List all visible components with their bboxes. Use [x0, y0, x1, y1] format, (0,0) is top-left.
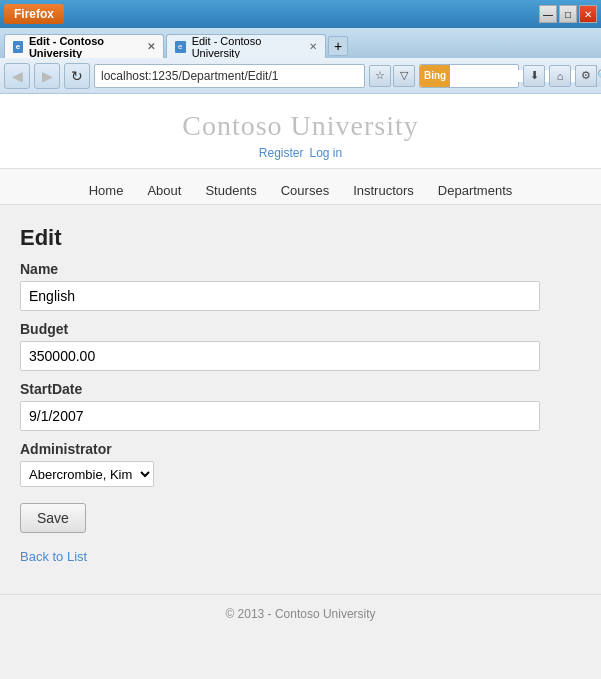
- refresh-button[interactable]: ↻: [64, 63, 90, 89]
- tools-icon[interactable]: ⚙: [575, 65, 597, 87]
- site-title: Contoso University: [0, 110, 601, 142]
- close-button[interactable]: ✕: [579, 5, 597, 23]
- name-input[interactable]: [20, 281, 540, 311]
- search-brand-label: Bing: [420, 65, 450, 87]
- tab-1[interactable]: e Edit - Contoso University ✕: [4, 34, 164, 58]
- budget-label: Budget: [20, 321, 581, 337]
- download-icon[interactable]: ⬇: [523, 65, 545, 87]
- maximize-button[interactable]: □: [559, 5, 577, 23]
- tab-label-2: Edit - Contoso University: [192, 35, 299, 59]
- page-footer: © 2013 - Contoso University: [0, 594, 601, 633]
- tab-close-2[interactable]: ✕: [309, 41, 317, 52]
- tab-bar: e Edit - Contoso University ✕ e Edit - C…: [0, 28, 601, 58]
- window-controls: — □ ✕: [539, 5, 597, 23]
- page-area: Contoso University Register Log in Home …: [0, 94, 601, 679]
- nav-courses[interactable]: Courses: [269, 177, 341, 204]
- back-button[interactable]: ◀: [4, 63, 30, 89]
- budget-input[interactable]: [20, 341, 540, 371]
- back-to-list-link[interactable]: Back to List: [20, 549, 581, 564]
- university-header: Contoso University Register Log in Home …: [0, 94, 601, 205]
- browser-frame: Firefox — □ ✕ e Edit - Contoso Universit…: [0, 0, 601, 679]
- form-area: Edit Name Budget StartDate Administrator…: [0, 205, 601, 584]
- nav-instructors[interactable]: Instructors: [341, 177, 426, 204]
- address-text: localhost:1235/Department/Edit/1: [101, 69, 278, 83]
- new-tab-button[interactable]: +: [328, 36, 348, 56]
- save-button[interactable]: Save: [20, 503, 86, 533]
- admin-label: Administrator: [20, 441, 581, 457]
- home-icon[interactable]: ⌂: [549, 65, 571, 87]
- firefox-menu-button[interactable]: Firefox: [4, 4, 64, 24]
- administrator-select[interactable]: Abercrombie, Kim Fakhouri, Fadi Harui, R…: [20, 461, 154, 487]
- bookmark-down-icon[interactable]: ▽: [393, 65, 415, 87]
- nav-students[interactable]: Students: [193, 177, 268, 204]
- nav-about[interactable]: About: [135, 177, 193, 204]
- footer-text: © 2013 - Contoso University: [225, 607, 375, 621]
- tab-favicon-2: e: [175, 41, 186, 53]
- nav-home[interactable]: Home: [77, 177, 136, 204]
- nav-departments[interactable]: Departments: [426, 177, 524, 204]
- tab-favicon-1: e: [13, 41, 23, 53]
- address-bar[interactable]: localhost:1235/Department/Edit/1: [94, 64, 365, 88]
- tab-close-1[interactable]: ✕: [147, 41, 155, 52]
- address-icons: ☆ ▽: [369, 65, 415, 87]
- register-link[interactable]: Register: [259, 146, 304, 160]
- minimize-button[interactable]: —: [539, 5, 557, 23]
- tab-2[interactable]: e Edit - Contoso University ✕: [166, 34, 326, 58]
- startdate-label: StartDate: [20, 381, 581, 397]
- login-link[interactable]: Log in: [309, 146, 342, 160]
- forward-button[interactable]: ▶: [34, 63, 60, 89]
- form-title: Edit: [20, 225, 581, 251]
- startdate-input[interactable]: [20, 401, 540, 431]
- title-bar: Firefox — □ ✕: [0, 0, 601, 28]
- search-box: Bing 🔍: [419, 64, 519, 88]
- tab-label-1: Edit - Contoso University: [29, 35, 137, 59]
- nav-bar: ◀ ▶ ↻ localhost:1235/Department/Edit/1 ☆…: [0, 58, 601, 94]
- main-nav: Home About Students Courses Instructors …: [0, 168, 601, 204]
- bookmark-star-icon[interactable]: ☆: [369, 65, 391, 87]
- auth-links: Register Log in: [0, 146, 601, 160]
- name-label: Name: [20, 261, 581, 277]
